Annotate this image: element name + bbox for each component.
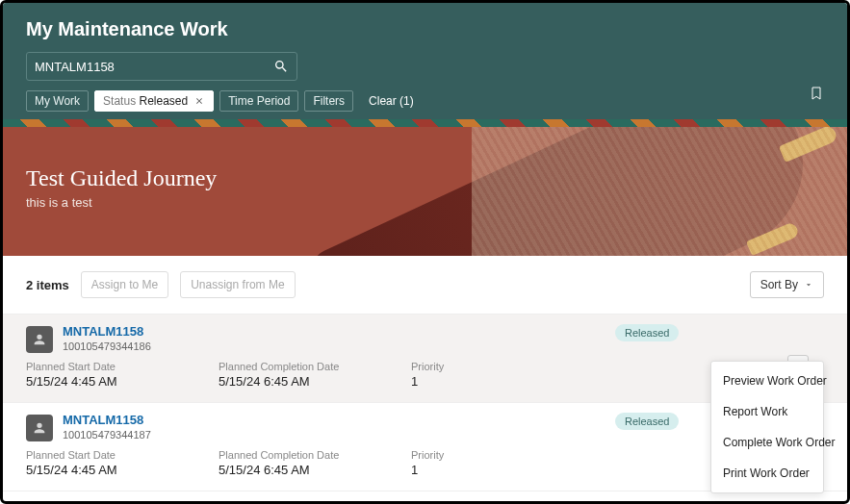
search-icon[interactable]: [273, 59, 289, 74]
planned-start-value: 5/15/24 4:45 AM: [26, 374, 219, 389]
planned-start-label: Planned Start Date: [26, 449, 219, 461]
person-icon: [32, 420, 47, 436]
row-actions-menu: Preview Work Order Report Work Complete …: [710, 361, 824, 493]
sort-by-label: Sort By: [760, 278, 798, 291]
chip-status-value: Released: [139, 94, 188, 108]
status-badge: Released: [615, 324, 679, 341]
work-order-id-link[interactable]: MNTALM1158: [63, 413, 151, 427]
planned-completion-value: 5/15/24 6:45 AM: [219, 374, 411, 389]
chip-filters[interactable]: Filters: [304, 90, 353, 112]
page-title: My Maintenance Work: [26, 18, 824, 40]
item-count: 2 items: [26, 278, 69, 292]
search-input[interactable]: [35, 60, 273, 74]
planned-completion-label: Planned Completion Date: [219, 361, 411, 372]
priority-value: 1: [411, 374, 527, 389]
chip-my-work[interactable]: My Work: [26, 90, 89, 112]
hero-banner: Test Guided Journey this is a test: [3, 127, 847, 256]
chip-status-label: Status: [103, 94, 136, 108]
planned-completion-value: 5/15/24 6:45 AM: [219, 463, 411, 477]
planned-start-label: Planned Start Date: [26, 361, 219, 372]
close-icon: [194, 96, 204, 106]
hero-illustration-paddle: [779, 127, 838, 163]
bookmark-icon[interactable]: [809, 84, 824, 103]
chip-status-clear[interactable]: [193, 95, 205, 107]
menu-print-work-order[interactable]: Print Work Order: [711, 458, 823, 489]
work-order-subid: 100105479344187: [63, 429, 151, 441]
sort-by-button[interactable]: Sort By: [750, 271, 824, 298]
avatar: [26, 326, 53, 353]
assign-to-me-button[interactable]: Assign to Me: [81, 271, 168, 298]
priority-label: Priority: [411, 449, 527, 461]
hero-illustration: [304, 127, 831, 256]
menu-report-work[interactable]: Report Work: [711, 396, 823, 427]
hero-title: Test Guided Journey: [26, 165, 217, 191]
search-box[interactable]: [26, 52, 297, 81]
clear-filters-link[interactable]: Clear (1): [369, 94, 414, 108]
caret-down-icon: [804, 280, 813, 290]
decorative-strip: [3, 119, 847, 127]
priority-value: 1: [411, 463, 527, 477]
filter-chip-row: My Work Status Released Time Period Filt…: [26, 90, 824, 112]
unassign-from-me-button[interactable]: Unassign from Me: [180, 271, 295, 298]
planned-completion-label: Planned Completion Date: [219, 449, 411, 461]
chip-time-period[interactable]: Time Period: [219, 90, 298, 112]
hero-illustration-paddle: [746, 221, 800, 256]
chip-status[interactable]: Status Released: [94, 90, 214, 112]
list-toolbar: 2 items Assign to Me Unassign from Me So…: [3, 256, 847, 315]
work-order-id-link[interactable]: MNTALM1158: [63, 324, 151, 339]
priority-label: Priority: [411, 361, 527, 372]
work-order-subid: 100105479344186: [63, 340, 151, 352]
planned-start-value: 5/15/24 4:45 AM: [26, 463, 219, 477]
person-icon: [32, 332, 47, 347]
hero-subtitle: this is a test: [26, 195, 217, 210]
avatar: [26, 415, 53, 441]
menu-complete-work-order[interactable]: Complete Work Order: [711, 427, 823, 458]
status-badge: Released: [615, 413, 679, 430]
menu-preview-work-order[interactable]: Preview Work Order: [711, 365, 823, 396]
page-header: My Maintenance Work My Work Status Relea…: [3, 3, 847, 119]
